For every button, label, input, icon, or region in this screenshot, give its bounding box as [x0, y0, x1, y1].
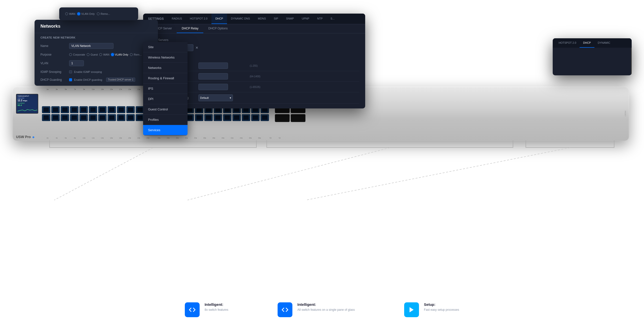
port-18	[117, 114, 125, 121]
menu-ips[interactable]: IPS	[143, 83, 188, 94]
corporate-label: Corporate	[73, 53, 85, 56]
tab-snmp[interactable]: SNMP	[282, 14, 298, 24]
pn-34: 34♦	[191, 137, 200, 139]
feature-text-3: Setup: Fast easy setup processes	[424, 302, 459, 312]
dhcp-close-icon[interactable]: ✕	[196, 46, 198, 50]
name-input[interactable]	[69, 43, 114, 49]
rem-label: Rem...	[134, 53, 142, 56]
dhcp-sub-tabs: DHCP Server DHCP Relay DHCP Options	[143, 24, 365, 33]
pn-14: 14♦	[98, 137, 106, 139]
pn-4: 4♦	[52, 137, 61, 139]
pn-46: 46♦	[246, 137, 255, 139]
play-icon	[408, 306, 415, 313]
settings-menu-panel: Site Wireless Networks Networks Routing …	[143, 42, 188, 135]
menu-profiles[interactable]: Profiles	[143, 115, 188, 125]
dhcp-right-tab-dhcp[interactable]: DHCP	[580, 38, 594, 48]
feature-desc-1: 8x switch features	[204, 307, 228, 312]
pn-38: 38♦	[210, 137, 218, 139]
vlan-radio[interactable]	[77, 12, 80, 15]
hop-count-input[interactable]	[198, 63, 228, 69]
relay-agent-select[interactable]: Default ▾	[198, 94, 233, 101]
guest-radio[interactable]	[86, 53, 90, 56]
rem-radio[interactable]	[130, 53, 133, 56]
tab-more[interactable]: S...	[327, 14, 339, 24]
name-label: Name	[40, 44, 65, 48]
port-pair-21	[232, 106, 241, 121]
corporate-radio[interactable]	[69, 53, 72, 56]
tab-upnp[interactable]: UPNP	[298, 14, 313, 24]
pn-52: 52	[275, 137, 284, 139]
page-container: WAN VLAN Only Remo... Networks CREATE NE…	[0, 0, 644, 332]
dhcp-right-tabs: HOTSPOT 2.0 DHCP DYNAMIC	[553, 38, 632, 48]
port-pair-2	[51, 106, 60, 121]
tab-ntp[interactable]: NTP	[313, 14, 327, 24]
pn-17: 17♦	[116, 88, 125, 90]
trusted-server-input[interactable]: Trusted DHCP server 1	[106, 78, 135, 82]
rem-option[interactable]: Rem...	[130, 53, 142, 56]
wan-purpose-option[interactable]: WAN	[99, 53, 109, 56]
feature-cards: Intelligent: 8x switch features Intellig…	[0, 302, 644, 317]
wan-radio-group[interactable]: WAN VLAN Only Remo...	[65, 12, 132, 15]
wan-purpose-label: WAN	[103, 53, 109, 56]
remote-option[interactable]: Remo...	[97, 12, 110, 15]
corporate-option[interactable]: Corporate	[69, 53, 85, 56]
port-pair-1	[42, 106, 50, 121]
menu-site[interactable]: Site	[143, 42, 188, 52]
port-pair-20	[223, 106, 232, 121]
max-packet-input[interactable]	[198, 73, 228, 80]
port-12	[89, 114, 97, 121]
port-8	[70, 114, 78, 121]
menu-routing-firewall[interactable]: Routing & Firewall	[143, 73, 188, 83]
wan-option[interactable]: WAN	[65, 12, 75, 15]
port-10	[80, 114, 88, 121]
dhcp-right-content	[553, 48, 632, 75]
hop-count-hint: (1-255)	[248, 65, 277, 67]
tab-dhcp[interactable]: DHCP	[212, 14, 227, 24]
port-4	[51, 114, 60, 121]
wan-panel: WAN VLAN Only Remo...	[59, 8, 138, 20]
wan-radio[interactable]	[65, 12, 68, 15]
feature-title-2: Intelligent:	[297, 302, 355, 306]
switch-model-label: USW Pro ⊕	[16, 135, 34, 139]
tab-mdns[interactable]: MDNS	[254, 14, 270, 24]
purpose-radio-group[interactable]: Corporate Guest WAN VLAN Only	[69, 53, 142, 56]
port-pair-17	[195, 106, 203, 121]
pn-10: 10♦	[80, 137, 88, 139]
ui-panels: WAN VLAN Only Remo... Networks CREATE NE…	[0, 0, 644, 332]
menu-networks[interactable]: Networks	[143, 63, 188, 73]
vlan-purpose-radio[interactable]	[111, 53, 114, 56]
vlan-input[interactable]	[69, 60, 84, 66]
wan-purpose-radio[interactable]	[99, 53, 102, 56]
menu-dpi[interactable]: DPI	[143, 94, 188, 104]
port-pair-6	[89, 106, 97, 121]
svg-marker-3	[410, 307, 414, 312]
dhcp-guard-checkbox[interactable]	[69, 78, 72, 81]
guest-option[interactable]: Guest	[86, 53, 98, 56]
menu-guest-control[interactable]: Guest Control	[143, 104, 188, 115]
port-5	[61, 106, 69, 113]
feature-desc-3: Fast easy setup processes	[424, 307, 459, 312]
dhcp-guard-value: Enable DHCP guarding	[74, 78, 102, 81]
quality-value: 98.4	[18, 104, 37, 106]
sub-tab-options[interactable]: DHCP Options	[203, 24, 232, 33]
menu-services[interactable]: Services	[143, 125, 188, 135]
bracket-2	[266, 140, 513, 148]
pn-12: 12♦	[89, 137, 98, 139]
port-42	[232, 114, 241, 121]
vlan-purpose-option[interactable]: VLAN Only	[111, 53, 128, 56]
igmp-checkbox[interactable]	[69, 70, 72, 73]
vlan-label: VLAN Only	[81, 12, 94, 15]
dhcp-right-tab-hotspot[interactable]: HOTSPOT 2.0	[555, 38, 580, 48]
dhcp-right-tab-dynamic[interactable]: DYNAMIC	[594, 38, 614, 48]
tab-dynamic-dns[interactable]: DYNAMIC DNS	[227, 14, 254, 24]
remote-radio[interactable]	[97, 12, 100, 15]
transmit-port-input[interactable]	[198, 84, 228, 90]
vlan-only-option[interactable]: VLAN Only	[77, 12, 94, 15]
menu-wireless-networks[interactable]: Wireless Networks	[143, 52, 188, 63]
pn-22: 22♦	[134, 137, 143, 139]
feature-icon-1	[185, 302, 200, 317]
tab-sip[interactable]: SIP	[270, 14, 282, 24]
tab-radius[interactable]: RADIUS	[168, 14, 186, 24]
sub-tab-relay[interactable]: DHCP Relay	[177, 24, 203, 33]
tab-hotspot[interactable]: HOTSPOT 2.0	[186, 14, 212, 24]
